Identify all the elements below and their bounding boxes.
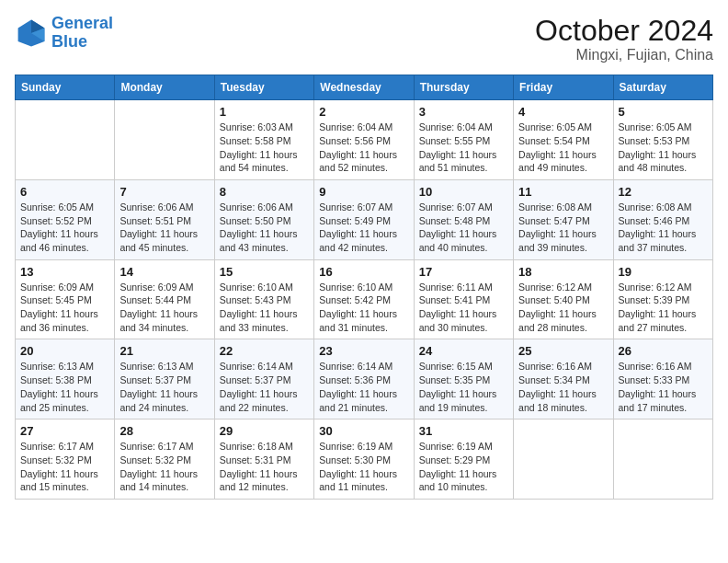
- day-info: Sunrise: 6:19 AMSunset: 5:29 PMDaylight:…: [419, 440, 508, 494]
- day-number: 11: [518, 185, 608, 199]
- day-info: Sunrise: 6:17 AMSunset: 5:32 PMDaylight:…: [20, 440, 109, 494]
- day-number: 15: [220, 265, 309, 279]
- calendar-cell: 20Sunrise: 6:13 AMSunset: 5:38 PMDayligh…: [16, 339, 115, 419]
- calendar-cell: 25Sunrise: 6:16 AMSunset: 5:34 PMDayligh…: [514, 339, 613, 419]
- calendar-cell: 29Sunrise: 6:18 AMSunset: 5:31 PMDayligh…: [214, 419, 313, 500]
- calendar-cell: 9Sunrise: 6:07 AMSunset: 5:49 PMDaylight…: [314, 179, 414, 259]
- day-info: Sunrise: 6:14 AMSunset: 5:36 PMDaylight:…: [319, 360, 408, 414]
- day-number: 28: [119, 424, 209, 438]
- day-number: 18: [518, 265, 608, 279]
- day-info: Sunrise: 6:06 AMSunset: 5:51 PMDaylight:…: [119, 201, 209, 255]
- column-header-thursday: Thursday: [414, 75, 513, 100]
- day-number: 17: [419, 265, 508, 279]
- column-header-monday: Monday: [115, 75, 214, 100]
- calendar-cell: 22Sunrise: 6:14 AMSunset: 5:37 PMDayligh…: [214, 339, 313, 419]
- calendar-cell: [115, 100, 214, 180]
- column-header-wednesday: Wednesday: [314, 75, 414, 100]
- day-number: 6: [20, 185, 109, 199]
- day-number: 4: [518, 105, 608, 119]
- calendar-cell: 24Sunrise: 6:15 AMSunset: 5:35 PMDayligh…: [414, 339, 513, 419]
- calendar-cell: 26Sunrise: 6:16 AMSunset: 5:33 PMDayligh…: [613, 339, 712, 419]
- day-info: Sunrise: 6:16 AMSunset: 5:34 PMDaylight:…: [518, 360, 608, 414]
- calendar-week-row: 6Sunrise: 6:05 AMSunset: 5:52 PMDaylight…: [16, 179, 713, 259]
- calendar-cell: 21Sunrise: 6:13 AMSunset: 5:37 PMDayligh…: [115, 339, 214, 419]
- day-number: 16: [319, 265, 408, 279]
- day-info: Sunrise: 6:10 AMSunset: 5:43 PMDaylight:…: [220, 281, 309, 335]
- day-number: 22: [220, 344, 309, 358]
- calendar-cell: 23Sunrise: 6:14 AMSunset: 5:36 PMDayligh…: [314, 339, 414, 419]
- day-number: 30: [319, 424, 408, 438]
- day-info: Sunrise: 6:03 AMSunset: 5:58 PMDaylight:…: [220, 121, 309, 175]
- column-header-tuesday: Tuesday: [214, 75, 313, 100]
- day-info: Sunrise: 6:05 AMSunset: 5:54 PMDaylight:…: [518, 121, 608, 175]
- page-header: GeneralBlue October 2024 Mingxi, Fujian,…: [15, 15, 713, 63]
- day-info: Sunrise: 6:04 AMSunset: 5:55 PMDaylight:…: [419, 121, 508, 175]
- day-number: 23: [319, 344, 408, 358]
- calendar-week-row: 27Sunrise: 6:17 AMSunset: 5:32 PMDayligh…: [16, 419, 713, 500]
- day-number: 29: [220, 424, 309, 438]
- logo: GeneralBlue: [15, 15, 113, 52]
- calendar-cell: 16Sunrise: 6:10 AMSunset: 5:42 PMDayligh…: [314, 259, 414, 339]
- calendar-cell: 11Sunrise: 6:08 AMSunset: 5:47 PMDayligh…: [514, 179, 613, 259]
- day-info: Sunrise: 6:18 AMSunset: 5:31 PMDaylight:…: [220, 440, 309, 494]
- calendar-cell: 7Sunrise: 6:06 AMSunset: 5:51 PMDaylight…: [115, 179, 214, 259]
- day-number: 31: [419, 424, 508, 438]
- day-number: 1: [220, 105, 309, 119]
- calendar-cell: 5Sunrise: 6:05 AMSunset: 5:53 PMDaylight…: [613, 100, 712, 180]
- day-info: Sunrise: 6:08 AMSunset: 5:46 PMDaylight:…: [619, 201, 708, 255]
- calendar-cell: 17Sunrise: 6:11 AMSunset: 5:41 PMDayligh…: [414, 259, 513, 339]
- day-number: 20: [20, 344, 109, 358]
- day-info: Sunrise: 6:07 AMSunset: 5:49 PMDaylight:…: [319, 201, 408, 255]
- day-info: Sunrise: 6:15 AMSunset: 5:35 PMDaylight:…: [419, 360, 508, 414]
- calendar-cell: [514, 419, 613, 500]
- calendar-cell: 19Sunrise: 6:12 AMSunset: 5:39 PMDayligh…: [613, 259, 712, 339]
- day-info: Sunrise: 6:08 AMSunset: 5:47 PMDaylight:…: [518, 201, 608, 255]
- day-info: Sunrise: 6:11 AMSunset: 5:41 PMDaylight:…: [419, 281, 508, 335]
- logo-text: GeneralBlue: [51, 15, 113, 52]
- day-info: Sunrise: 6:09 AMSunset: 5:45 PMDaylight:…: [20, 281, 109, 335]
- day-info: Sunrise: 6:19 AMSunset: 5:30 PMDaylight:…: [319, 440, 408, 494]
- calendar-cell: 28Sunrise: 6:17 AMSunset: 5:32 PMDayligh…: [115, 419, 214, 500]
- day-info: Sunrise: 6:13 AMSunset: 5:38 PMDaylight:…: [20, 360, 109, 414]
- day-info: Sunrise: 6:06 AMSunset: 5:50 PMDaylight:…: [220, 201, 309, 255]
- day-info: Sunrise: 6:16 AMSunset: 5:33 PMDaylight:…: [619, 360, 708, 414]
- calendar-cell: 30Sunrise: 6:19 AMSunset: 5:30 PMDayligh…: [314, 419, 414, 500]
- day-number: 12: [619, 185, 708, 199]
- day-number: 9: [319, 185, 408, 199]
- calendar-cell: 18Sunrise: 6:12 AMSunset: 5:40 PMDayligh…: [514, 259, 613, 339]
- column-header-friday: Friday: [514, 75, 613, 100]
- column-header-sunday: Sunday: [16, 75, 115, 100]
- calendar-header-row: SundayMondayTuesdayWednesdayThursdayFrid…: [16, 75, 713, 100]
- calendar-cell: 4Sunrise: 6:05 AMSunset: 5:54 PMDaylight…: [514, 100, 613, 180]
- day-info: Sunrise: 6:05 AMSunset: 5:53 PMDaylight:…: [619, 121, 708, 175]
- column-header-saturday: Saturday: [613, 75, 712, 100]
- day-number: 8: [220, 185, 309, 199]
- calendar-cell: 3Sunrise: 6:04 AMSunset: 5:55 PMDaylight…: [414, 100, 513, 180]
- day-info: Sunrise: 6:17 AMSunset: 5:32 PMDaylight:…: [119, 440, 209, 494]
- day-info: Sunrise: 6:12 AMSunset: 5:39 PMDaylight:…: [619, 281, 708, 335]
- calendar-cell: 13Sunrise: 6:09 AMSunset: 5:45 PMDayligh…: [16, 259, 115, 339]
- calendar-cell: 10Sunrise: 6:07 AMSunset: 5:48 PMDayligh…: [414, 179, 513, 259]
- calendar-cell: 6Sunrise: 6:05 AMSunset: 5:52 PMDaylight…: [16, 179, 115, 259]
- day-number: 2: [319, 105, 408, 119]
- calendar-cell: 2Sunrise: 6:04 AMSunset: 5:56 PMDaylight…: [314, 100, 414, 180]
- day-number: 14: [119, 265, 209, 279]
- day-number: 24: [419, 344, 508, 358]
- day-number: 27: [20, 424, 109, 438]
- day-info: Sunrise: 6:07 AMSunset: 5:48 PMDaylight:…: [419, 201, 508, 255]
- calendar-cell: [16, 100, 115, 180]
- day-number: 10: [419, 185, 508, 199]
- calendar-cell: 15Sunrise: 6:10 AMSunset: 5:43 PMDayligh…: [214, 259, 313, 339]
- day-number: 7: [119, 185, 209, 199]
- calendar-cell: 12Sunrise: 6:08 AMSunset: 5:46 PMDayligh…: [613, 179, 712, 259]
- calendar-week-row: 13Sunrise: 6:09 AMSunset: 5:45 PMDayligh…: [16, 259, 713, 339]
- day-info: Sunrise: 6:04 AMSunset: 5:56 PMDaylight:…: [319, 121, 408, 175]
- page-subtitle: Mingxi, Fujian, China: [535, 47, 713, 63]
- day-number: 21: [119, 344, 209, 358]
- calendar-cell: 14Sunrise: 6:09 AMSunset: 5:44 PMDayligh…: [115, 259, 214, 339]
- calendar-cell: 31Sunrise: 6:19 AMSunset: 5:29 PMDayligh…: [414, 419, 513, 500]
- day-info: Sunrise: 6:10 AMSunset: 5:42 PMDaylight:…: [319, 281, 408, 335]
- day-info: Sunrise: 6:05 AMSunset: 5:52 PMDaylight:…: [20, 201, 109, 255]
- calendar-cell: 8Sunrise: 6:06 AMSunset: 5:50 PMDaylight…: [214, 179, 313, 259]
- day-info: Sunrise: 6:09 AMSunset: 5:44 PMDaylight:…: [119, 281, 209, 335]
